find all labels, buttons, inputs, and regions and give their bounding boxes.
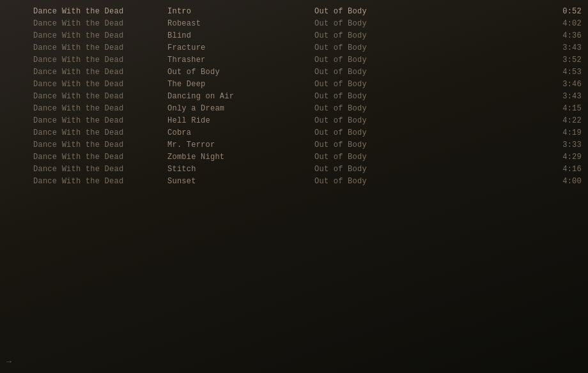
track-album: Out of Body bbox=[314, 165, 543, 174]
track-title: Out of Body bbox=[167, 68, 314, 77]
track-duration: 4:02 bbox=[543, 19, 582, 28]
track-duration: 3:43 bbox=[543, 43, 582, 52]
track-duration: 4:36 bbox=[543, 31, 582, 40]
track-duration: 4:00 bbox=[543, 177, 582, 186]
track-title: Hell Ride bbox=[167, 116, 314, 125]
track-duration: 4:53 bbox=[543, 68, 582, 77]
track-album: Out of Body bbox=[314, 7, 543, 16]
track-album: Out of Body bbox=[314, 80, 543, 89]
track-duration: 4:22 bbox=[543, 116, 582, 125]
track-title: Thrasher bbox=[167, 56, 314, 65]
table-row[interactable]: Dance With the DeadIntroOut of Body0:52 bbox=[0, 5, 588, 17]
track-album: Out of Body bbox=[314, 141, 543, 149]
table-row[interactable]: Dance With the DeadHell RideOut of Body4… bbox=[0, 114, 588, 126]
track-album: Out of Body bbox=[314, 177, 543, 186]
table-row[interactable]: Dance With the DeadThrasherOut of Body3:… bbox=[0, 54, 588, 66]
track-artist: Dance With the Dead bbox=[33, 177, 167, 186]
track-artist: Dance With the Dead bbox=[33, 92, 167, 101]
track-duration: 3:43 bbox=[543, 92, 582, 101]
track-artist: Dance With the Dead bbox=[33, 116, 167, 125]
track-artist: Dance With the Dead bbox=[33, 141, 167, 149]
track-title: Sunset bbox=[167, 177, 314, 186]
track-artist: Dance With the Dead bbox=[33, 153, 167, 162]
track-album: Out of Body bbox=[314, 19, 543, 28]
arrow-indicator: → bbox=[6, 357, 12, 367]
track-title: Only a Dream bbox=[167, 104, 314, 113]
table-row[interactable]: Dance With the DeadStitchOut of Body4:16 bbox=[0, 163, 588, 175]
table-row[interactable]: Dance With the DeadThe DeepOut of Body3:… bbox=[0, 78, 588, 90]
track-title: Mr. Terror bbox=[167, 141, 314, 149]
track-album: Out of Body bbox=[314, 92, 543, 101]
track-title: Intro bbox=[167, 7, 314, 16]
track-album: Out of Body bbox=[314, 43, 543, 52]
track-artist: Dance With the Dead bbox=[33, 165, 167, 174]
track-list: Dance With the DeadIntroOut of Body0:52D… bbox=[0, 0, 588, 192]
table-row[interactable]: Dance With the DeadDancing on AirOut of … bbox=[0, 90, 588, 102]
track-artist: Dance With the Dead bbox=[33, 68, 167, 77]
track-album: Out of Body bbox=[314, 68, 543, 77]
track-title: Cobra bbox=[167, 128, 314, 137]
track-artist: Dance With the Dead bbox=[33, 7, 167, 16]
table-row[interactable]: Dance With the DeadCobraOut of Body4:19 bbox=[0, 126, 588, 139]
track-duration: 4:15 bbox=[543, 104, 582, 113]
track-artist: Dance With the Dead bbox=[33, 80, 167, 89]
track-duration: 3:52 bbox=[543, 56, 582, 65]
track-album: Out of Body bbox=[314, 31, 543, 40]
track-artist: Dance With the Dead bbox=[33, 43, 167, 52]
track-title: Dancing on Air bbox=[167, 92, 314, 101]
table-row[interactable]: Dance With the DeadSunsetOut of Body4:00 bbox=[0, 175, 588, 187]
track-album: Out of Body bbox=[314, 116, 543, 125]
table-row[interactable]: Dance With the DeadZombie NightOut of Bo… bbox=[0, 151, 588, 163]
track-duration: 4:29 bbox=[543, 153, 582, 162]
table-row[interactable]: Dance With the DeadFractureOut of Body3:… bbox=[0, 42, 588, 54]
track-artist: Dance With the Dead bbox=[33, 31, 167, 40]
track-duration: 3:33 bbox=[543, 141, 582, 149]
track-duration: 0:52 bbox=[543, 7, 582, 16]
track-artist: Dance With the Dead bbox=[33, 104, 167, 113]
track-duration: 3:46 bbox=[543, 80, 582, 89]
track-duration: 4:16 bbox=[543, 165, 582, 174]
table-row[interactable]: Dance With the DeadOnly a DreamOut of Bo… bbox=[0, 102, 588, 114]
table-row[interactable]: Dance With the DeadOut of BodyOut of Bod… bbox=[0, 66, 588, 78]
table-row[interactable]: Dance With the DeadMr. TerrorOut of Body… bbox=[0, 139, 588, 151]
track-title: Stitch bbox=[167, 165, 314, 174]
track-title: Robeast bbox=[167, 19, 314, 28]
track-album: Out of Body bbox=[314, 104, 543, 113]
table-row[interactable]: Dance With the DeadRobeastOut of Body4:0… bbox=[0, 17, 588, 29]
track-album: Out of Body bbox=[314, 153, 543, 162]
track-title: Zombie Night bbox=[167, 153, 314, 162]
track-artist: Dance With the Dead bbox=[33, 128, 167, 137]
track-title: Blind bbox=[167, 31, 314, 40]
track-title: Fracture bbox=[167, 43, 314, 52]
track-album: Out of Body bbox=[314, 128, 543, 137]
track-duration: 4:19 bbox=[543, 128, 582, 137]
track-album: Out of Body bbox=[314, 56, 543, 65]
track-artist: Dance With the Dead bbox=[33, 56, 167, 65]
track-artist: Dance With the Dead bbox=[33, 19, 167, 28]
track-title: The Deep bbox=[167, 80, 314, 89]
table-row[interactable]: Dance With the DeadBlindOut of Body4:36 bbox=[0, 29, 588, 42]
